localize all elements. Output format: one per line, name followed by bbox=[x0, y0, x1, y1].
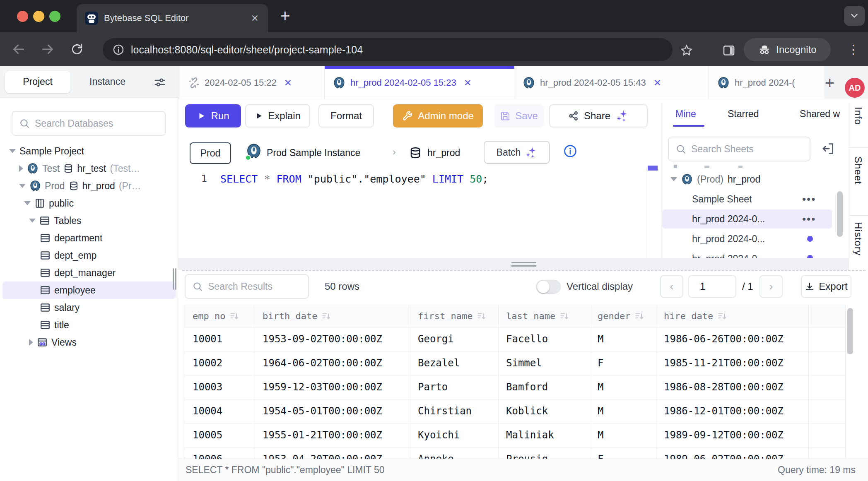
tab-project[interactable]: Project bbox=[5, 71, 70, 93]
database-suffix: (Pr… bbox=[119, 180, 141, 192]
window-close-button[interactable] bbox=[17, 11, 28, 22]
instance-name[interactable]: Prod Sample Instance bbox=[267, 147, 360, 159]
next-page-button[interactable]: › bbox=[760, 275, 783, 298]
window-zoom-button[interactable] bbox=[49, 11, 60, 22]
admin-mode-button[interactable]: Admin mode bbox=[393, 104, 483, 127]
explain-button[interactable]: Explain bbox=[245, 104, 310, 127]
bookmark-star-icon[interactable] bbox=[680, 44, 693, 57]
editor-tab-4[interactable]: hr_prod 2024-( bbox=[709, 66, 824, 99]
tree-item-table-dept-manager[interactable]: dept_manager bbox=[0, 264, 178, 281]
caret-down-icon[interactable] bbox=[29, 219, 36, 223]
tab-sheet-vertical[interactable]: Sheet bbox=[852, 156, 864, 185]
back-icon[interactable] bbox=[12, 42, 26, 56]
run-label: Run bbox=[211, 110, 229, 122]
views-icon bbox=[37, 337, 48, 348]
editor-tab-2-active[interactable]: hr_prod 2024-02-05 15:23 ✕ bbox=[325, 66, 514, 99]
collapse-panel-icon[interactable] bbox=[821, 142, 835, 156]
browser-tab-close-icon[interactable]: ✕ bbox=[251, 13, 259, 24]
batch-button[interactable]: Batch bbox=[484, 141, 550, 164]
url-bar[interactable]: localhost:8080/sql-editor/sheet/project-… bbox=[103, 38, 673, 61]
close-icon[interactable]: ✕ bbox=[284, 77, 292, 89]
tree-item-views-group[interactable]: Views bbox=[0, 334, 178, 351]
search-sheets-input[interactable]: Search Sheets bbox=[668, 137, 810, 161]
tree-item-sample-project[interactable]: Sample Project bbox=[0, 142, 178, 160]
tab-info-vertical[interactable]: Info bbox=[852, 107, 864, 125]
user-avatar[interactable]: AD bbox=[845, 78, 865, 98]
caret-right-icon[interactable] bbox=[29, 339, 33, 346]
sidebar-resize-handle[interactable] bbox=[173, 268, 174, 290]
search-results-input[interactable]: Search Results bbox=[185, 274, 309, 299]
column-header-emp_no[interactable]: emp_no bbox=[185, 305, 255, 327]
editor-tab-label: hr_prod 2024-( bbox=[735, 77, 795, 88]
tree-item-table-employee-selected[interactable]: employee bbox=[2, 281, 176, 299]
forward-icon[interactable] bbox=[41, 42, 55, 56]
caret-down-icon[interactable] bbox=[24, 201, 31, 205]
sql-code-line[interactable]: SELECT * FROM "public"."employee" LIMIT … bbox=[220, 173, 488, 185]
tab-search-chevron-button[interactable] bbox=[844, 6, 865, 26]
panel-scrollbar[interactable] bbox=[837, 191, 843, 237]
tab-shared-with-me[interactable]: Shared w bbox=[800, 108, 840, 120]
share-button[interactable]: Share bbox=[549, 104, 648, 127]
info-icon[interactable] bbox=[563, 144, 577, 158]
export-button[interactable]: Export bbox=[801, 275, 851, 298]
reload-icon[interactable] bbox=[70, 43, 84, 56]
export-label: Export bbox=[819, 281, 847, 292]
more-options-icon[interactable]: ••• bbox=[802, 213, 816, 226]
column-header-gender[interactable]: gender bbox=[590, 305, 656, 327]
column-header-birth_date[interactable]: birth_date bbox=[255, 305, 410, 327]
page-number-input[interactable] bbox=[688, 275, 736, 298]
previous-page-button[interactable]: ‹ bbox=[660, 275, 683, 298]
editor-tab-3[interactable]: hr_prod 2024-02-05 15:43 ✕ bbox=[514, 66, 709, 99]
caret-right-icon[interactable] bbox=[19, 165, 23, 172]
browser-menu-icon[interactable]: ⋮ bbox=[847, 41, 860, 58]
sheet-group-prod-hr-prod[interactable]: (Prod) hr_prod bbox=[662, 170, 834, 189]
tree-item-tables-group[interactable]: Tables bbox=[0, 212, 178, 229]
tab-mine[interactable]: Mine bbox=[675, 108, 696, 120]
editor-tab-1[interactable]: 2024-02-05 15:22 ✕ bbox=[180, 66, 325, 99]
tab-history-vertical[interactable]: History bbox=[852, 222, 864, 256]
tree-item-table-department[interactable]: department bbox=[0, 229, 178, 247]
schema-icon bbox=[34, 198, 45, 209]
tree-item-hr-prod[interactable]: Prod hr_prod (Pr… bbox=[0, 177, 178, 195]
run-button[interactable]: Run bbox=[185, 104, 241, 127]
close-icon[interactable]: ✕ bbox=[653, 77, 661, 89]
tab-instance[interactable]: Instance bbox=[89, 76, 125, 87]
tree-label: dept_manager bbox=[54, 267, 116, 279]
column-header-last_name[interactable]: last_name bbox=[499, 305, 590, 327]
tree-item-table-title[interactable]: title bbox=[0, 316, 178, 334]
column-header-empty bbox=[809, 305, 846, 327]
table-cell-empty bbox=[809, 447, 846, 459]
browser-tab[interactable]: Bytebase SQL Editor ✕ bbox=[77, 4, 268, 32]
database-name[interactable]: hr_prod bbox=[427, 147, 460, 159]
table-scrollbar[interactable] bbox=[847, 308, 853, 354]
caret-down-icon[interactable] bbox=[19, 184, 26, 188]
side-panel-icon[interactable] bbox=[722, 44, 735, 57]
close-icon[interactable]: ✕ bbox=[464, 77, 472, 89]
column-header-first_name[interactable]: first_name bbox=[410, 305, 499, 327]
tab-starred[interactable]: Starred bbox=[728, 108, 759, 120]
tree-label: employee bbox=[54, 285, 96, 296]
search-databases-input[interactable]: Search Databases bbox=[12, 111, 166, 136]
column-header-hire_date[interactable]: hire_date bbox=[656, 305, 809, 327]
vertical-display-toggle[interactable] bbox=[536, 280, 561, 294]
window-minimize-button[interactable] bbox=[33, 11, 44, 22]
tree-item-schema-public[interactable]: public bbox=[0, 195, 178, 212]
caret-down-icon[interactable] bbox=[9, 149, 16, 153]
more-options-icon[interactable]: ••• bbox=[802, 193, 816, 206]
table-icon bbox=[40, 233, 51, 243]
query-time-label: Query time: 19 ms bbox=[778, 464, 856, 476]
new-browser-tab-button[interactable]: + bbox=[280, 7, 290, 25]
site-info-icon[interactable] bbox=[113, 44, 124, 55]
new-sheet-tab-button[interactable]: + bbox=[825, 74, 834, 92]
table-cell-empty bbox=[809, 399, 846, 423]
caret-down-icon[interactable] bbox=[670, 177, 677, 181]
tree-item-table-salary[interactable]: salary bbox=[0, 299, 178, 316]
save-button[interactable]: Save bbox=[494, 104, 544, 127]
editor-results-splitter[interactable] bbox=[178, 258, 849, 270]
sidebar-resize-handle[interactable] bbox=[175, 268, 176, 290]
format-button[interactable]: Format bbox=[318, 104, 374, 127]
filter-sliders-icon[interactable] bbox=[154, 76, 166, 89]
sql-editor[interactable]: 1 SELECT * FROM "public"."employee" LIMI… bbox=[178, 167, 661, 258]
tree-item-table-dept-emp[interactable]: dept_emp bbox=[0, 247, 178, 264]
tree-item-hr-test[interactable]: Test hr_test (Test… bbox=[0, 160, 178, 177]
